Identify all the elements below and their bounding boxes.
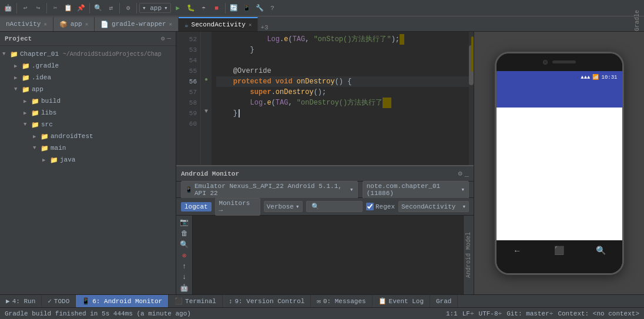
regex-check-input[interactable] bbox=[366, 203, 374, 210]
phone-frame: ▲▲▲ 📶 10:31 ← ⬛ 🔍 bbox=[495, 52, 624, 275]
tree-label-androidtest: androidTest bbox=[51, 133, 93, 140]
tree-item-app[interactable]: ▼ 📁 app bbox=[0, 83, 176, 95]
tree-item-java[interactable]: ▶ 📁 java bbox=[0, 154, 176, 166]
tree-item-libs[interactable]: ▶ 📁 libs bbox=[0, 107, 176, 119]
error-icon-btn[interactable]: ⊗ bbox=[178, 251, 191, 260]
code-content[interactable]: Log . e ( TAG , "onStop()方法执行了" ); } bbox=[212, 32, 474, 165]
tree-item-build[interactable]: ▶ 📁 build bbox=[0, 95, 176, 107]
status-bar: Gradle build finished in 5s 444ms (a min… bbox=[0, 307, 644, 319]
cursor-position: 1:1 bbox=[446, 310, 458, 317]
tab-nactivity[interactable]: nActivity ✕ bbox=[0, 17, 53, 31]
sidebar-collapse[interactable]: — bbox=[167, 35, 171, 42]
regex-checkbox[interactable]: Regex bbox=[366, 203, 395, 210]
redo-icon[interactable]: ↪ bbox=[32, 2, 44, 14]
monitor-controls: ⚙ _ bbox=[458, 169, 469, 178]
android-studio-icon[interactable]: 🤖 bbox=[2, 2, 14, 14]
debug-button[interactable]: 🐛 bbox=[185, 2, 197, 14]
tab-secondactivity-close[interactable]: ✕ bbox=[249, 22, 251, 28]
camera-icon-btn[interactable]: 📷 bbox=[178, 218, 191, 227]
tab-app-close[interactable]: ✕ bbox=[85, 21, 88, 28]
tab-todo[interactable]: ✓ TODO bbox=[42, 295, 76, 308]
monitors-label: Monitors → bbox=[219, 200, 256, 214]
main-content-area: Project ⚙ — ▼ 📁 Chapter_01 ~/AndroidStud… bbox=[0, 32, 644, 294]
avd-icon[interactable]: 📱 bbox=[241, 2, 253, 14]
log-output[interactable] bbox=[193, 216, 463, 294]
verbose-selector[interactable]: Verbose ▾ bbox=[264, 201, 303, 212]
breakpoint-56[interactable]: ● bbox=[204, 76, 208, 83]
tab-app[interactable]: 📦 app ✕ bbox=[53, 17, 95, 31]
gradle-bottom-label: Grad bbox=[436, 298, 451, 305]
scrollbar-track[interactable] bbox=[469, 32, 474, 165]
cut-icon[interactable]: ✂ bbox=[49, 2, 61, 14]
phone-wifi: 📶 bbox=[592, 74, 599, 80]
run-button[interactable]: ▶ bbox=[172, 2, 184, 14]
monitors-button[interactable]: Monitors → bbox=[215, 198, 260, 216]
fold-59[interactable]: ▼ bbox=[204, 108, 208, 115]
tree-item-androidtest[interactable]: ▶ 📁 androidTest bbox=[0, 130, 176, 142]
gutter-58 bbox=[201, 95, 212, 106]
android-model-label: Android Model bbox=[465, 232, 472, 278]
paste-icon[interactable]: 📌 bbox=[75, 2, 87, 14]
phone-recents-btn[interactable]: 🔍 bbox=[594, 244, 608, 258]
phone-speaker bbox=[552, 61, 576, 63]
app-selector[interactable]: note.com.chapter_01 (11886) ▾ bbox=[363, 181, 469, 199]
gradle-side-tab[interactable]: Gradle bbox=[630, 10, 644, 31]
logcat-tab[interactable]: logcat bbox=[181, 202, 212, 211]
sidebar-controls: ⚙ — bbox=[161, 35, 171, 42]
regex-label: Regex bbox=[375, 203, 395, 210]
copy-icon[interactable]: 📋 bbox=[62, 2, 74, 14]
device-selector[interactable]: 📱 Emulator Nexus_S_API_22 Android 5.1.1,… bbox=[181, 181, 358, 199]
line-num-60: 60 bbox=[176, 119, 197, 129]
filter-icon-btn[interactable]: 🔍 bbox=[178, 240, 191, 249]
settings-icon[interactable]: ⚙ bbox=[122, 2, 134, 14]
tree-item-main[interactable]: ▼ 📁 main bbox=[0, 142, 176, 154]
sync-icon[interactable]: 🔄 bbox=[228, 2, 240, 14]
monitor-settings-icon[interactable]: ⚙ bbox=[458, 169, 462, 178]
android-icon-btn[interactable]: 🤖 bbox=[178, 284, 191, 293]
tab-gradle-bottom[interactable]: Grad bbox=[430, 295, 458, 308]
search-icon[interactable]: 🔍 bbox=[92, 2, 104, 14]
help-icon[interactable]: ? bbox=[267, 2, 279, 14]
scroll-down-btn[interactable]: ↓ bbox=[178, 273, 191, 281]
status-right: 1:1 LF÷ UTF-8÷ Git: master÷ Context: <no… bbox=[446, 310, 639, 317]
tree-item-chapter01[interactable]: ▼ 📁 Chapter_01 ~/AndroidStudioProjects/C… bbox=[0, 48, 176, 60]
tab-nactivity-label: nActivity bbox=[6, 21, 41, 28]
tab-messages[interactable]: ✉ 0: Messages bbox=[311, 295, 372, 308]
tab-nactivity-close[interactable]: ✕ bbox=[43, 21, 46, 28]
tree-icon-gradle: 📁 bbox=[22, 62, 30, 70]
sidebar-gear[interactable]: ⚙ bbox=[161, 35, 165, 42]
tab-run[interactable]: ▶ 4: Run bbox=[0, 295, 42, 308]
tab-gradle-label: gradle-wrapper bbox=[112, 21, 166, 28]
tree-arrow-build: ▶ bbox=[24, 98, 29, 105]
phone-back-btn[interactable]: ← bbox=[510, 244, 524, 258]
tree-item-src[interactable]: ▼ 📁 src bbox=[0, 119, 176, 130]
main-toolbar: 🤖 ↩ ↪ ✂ 📋 📌 🔍 ⇄ ⚙ ▾ app ▾ ▶ 🐛 ☂ ■ 🔄 📱 🔧 … bbox=[0, 0, 644, 16]
scroll-up-btn[interactable]: ↑ bbox=[178, 263, 191, 271]
sdk-icon[interactable]: 🔧 bbox=[254, 2, 266, 14]
undo-icon[interactable]: ↩ bbox=[19, 2, 31, 14]
tab-version-control[interactable]: ↕ 9: Version Control bbox=[223, 295, 311, 308]
logcat-toolbar: logcat Monitors → Verbose ▾ 🔍 Regex Se bbox=[176, 198, 474, 216]
trash-icon-btn[interactable]: 🗑 bbox=[178, 229, 191, 238]
tree-item-idea[interactable]: ▶ 📁 .idea bbox=[0, 72, 176, 83]
search-box[interactable]: 🔍 bbox=[306, 201, 363, 212]
tree-item-gradle[interactable]: ▶ 📁 .gradle bbox=[0, 60, 176, 72]
tab-overflow[interactable]: +3 bbox=[258, 24, 270, 31]
log-content: 📷 🗑 🔍 ⊗ ↑ ↓ 🤖 ? ⋯ Android Model bbox=[176, 216, 474, 294]
tab-android-monitor[interactable]: 📱 6: Android Monitor bbox=[76, 295, 169, 308]
monitor-header: Android Monitor ⚙ _ bbox=[176, 166, 474, 182]
tab-gradle-wrapper[interactable]: 📄 gradle-wrapper ✕ bbox=[95, 17, 179, 31]
app-dropdown[interactable]: ▾ app ▾ bbox=[139, 3, 171, 13]
coverage-button[interactable]: ☂ bbox=[198, 2, 210, 14]
tree-arrow-idea: ▶ bbox=[14, 75, 20, 81]
tab-gradle-close[interactable]: ✕ bbox=[169, 21, 172, 28]
activity-selector[interactable]: SecondActivity ▾ bbox=[398, 201, 469, 212]
tab-secondactivity[interactable]: ☕ SecondActivity ✕ bbox=[179, 17, 258, 31]
monitor-minimize-icon[interactable]: _ bbox=[465, 170, 469, 178]
tab-event-log[interactable]: 📋 Event Log bbox=[373, 295, 430, 308]
tab-terminal[interactable]: ⬛ Terminal bbox=[169, 295, 223, 308]
stop-button[interactable]: ■ bbox=[211, 2, 223, 14]
phone-home-btn[interactable]: ⬛ bbox=[552, 244, 566, 258]
replace-icon[interactable]: ⇄ bbox=[105, 2, 117, 14]
device-row: 📱 Emulator Nexus_S_API_22 Android 5.1.1,… bbox=[176, 182, 474, 198]
